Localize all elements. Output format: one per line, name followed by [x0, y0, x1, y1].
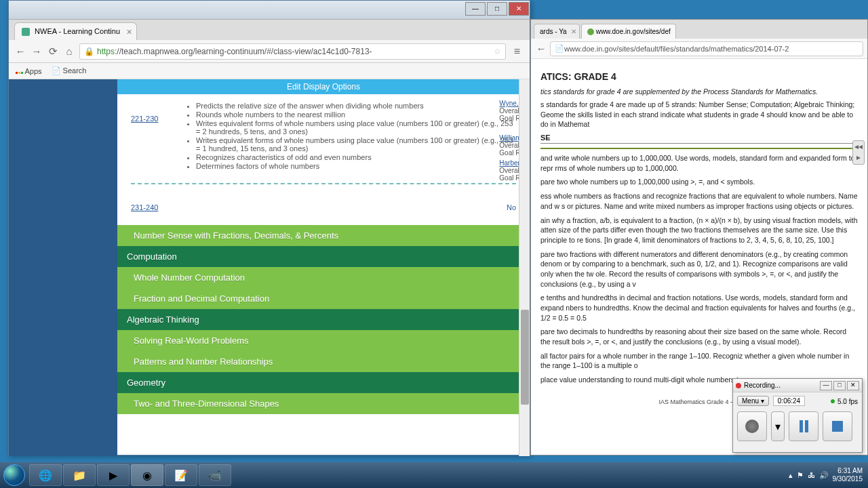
record-dropdown[interactable]: ▾: [771, 411, 785, 441]
doc-heading: ATICS: GRADE 4: [540, 71, 858, 82]
maximize-button[interactable]: □: [487, 2, 507, 16]
nav-sidebar: [9, 79, 117, 456]
notes-icon: 📝: [174, 469, 188, 482]
taskbar-chrome[interactable]: ◉: [131, 464, 163, 486]
flag-icon[interactable]: ⚑: [797, 471, 804, 480]
category-item[interactable]: Number Sense with Fractions, Decimals, &…: [117, 225, 530, 246]
tab-close-icon[interactable]: ✕: [571, 28, 576, 35]
volume-icon[interactable]: 🔊: [819, 471, 829, 480]
taskbar-ie[interactable]: 🌐: [29, 464, 62, 486]
skill-item: Determines factors of whole numbers: [196, 162, 516, 170]
menu-button[interactable]: Menu ▾: [737, 396, 769, 406]
back-icon[interactable]: ←: [14, 45, 26, 58]
category-item[interactable]: Patterns and Number Relationships: [117, 351, 530, 372]
rit-range-link[interactable]: 221-230: [131, 101, 165, 171]
recorder-window[interactable]: Recording... — □ ✕ Menu ▾ 0:06:24 ● 5.0 …: [732, 378, 863, 453]
recorder-buttons: ▾: [733, 409, 862, 444]
edit-display-link[interactable]: Edit Display Options: [117, 79, 530, 94]
clock[interactable]: 6:31 AM 9/30/2015: [833, 467, 863, 483]
chrome-icon: ◉: [142, 469, 152, 482]
close-button[interactable]: ✕: [509, 2, 529, 16]
back-icon[interactable]: ←: [535, 43, 547, 55]
tray-up-icon[interactable]: ▴: [789, 471, 793, 480]
windows-icon: [3, 464, 25, 486]
recorder-title: Recording...: [744, 382, 781, 389]
scrollbar-thumb[interactable]: [521, 310, 529, 405]
system-tray: ▴ ⚑ 🖧 🔊 6:31 AM 9/30/2015: [783, 467, 869, 483]
side-handle-icon[interactable]: ◂◂▸: [852, 140, 865, 165]
folder-icon: 📁: [73, 469, 86, 482]
doc-row: pare two decimals to hundredths by reaso…: [540, 327, 858, 346]
doc-subheading: SE: [540, 134, 858, 144]
start-button[interactable]: [0, 462, 28, 488]
media-icon: ▶: [109, 469, 117, 482]
browser-toolbar: ← 📄 www.doe.in.gov/sites/default/files/s…: [531, 39, 867, 59]
tab-doe[interactable]: www.doe.in.gov/sites/def: [581, 24, 676, 39]
student-link[interactable]: Harber: [499, 159, 520, 167]
url-text: ://teach.mapnwea.org/learning-continuum/…: [115, 47, 372, 56]
doc-row: all factor pairs for a whole number in t…: [540, 351, 858, 371]
record-icon: [745, 420, 759, 433]
recorder-status-row: Menu ▾ 0:06:24 ● 5.0 fps: [733, 392, 862, 409]
elapsed-time: 0:06:24: [773, 396, 805, 406]
reload-icon[interactable]: ⟳: [47, 45, 59, 58]
menu-icon[interactable]: ≡: [510, 45, 524, 58]
taskbar-recorder[interactable]: 📹: [199, 464, 231, 486]
skill-item: Rounds whole numbers to the nearest mill…: [196, 110, 516, 119]
doc-row: ain why a fraction, a/b, is equivalent t…: [540, 216, 858, 245]
address-bar[interactable]: 🔒 https://teach.mapnwea.org/learning-con…: [79, 43, 506, 60]
titlebar[interactable]: — □ ✕: [9, 1, 530, 20]
minimize-button[interactable]: —: [820, 381, 832, 390]
minimize-button[interactable]: —: [465, 2, 486, 16]
favicon-icon: [587, 28, 594, 35]
apps-icon: [16, 72, 23, 74]
category-header[interactable]: Algebraic Thinking: [117, 309, 530, 330]
forward-icon[interactable]: →: [31, 45, 43, 58]
student-link[interactable]: Wyne,: [499, 100, 518, 107]
star-icon[interactable]: ☆: [494, 47, 501, 56]
scrollbar[interactable]: [519, 79, 530, 456]
rit-range-link[interactable]: 231-240: [131, 203, 158, 211]
doc-row: pare two whole numbers up to 1,000,000 u…: [540, 177, 858, 187]
recording-dot-icon: [736, 383, 741, 388]
tab-title: NWEA - Learning Continu: [35, 27, 120, 35]
maximize-button[interactable]: □: [833, 381, 846, 390]
home-icon[interactable]: ⌂: [63, 45, 75, 58]
search-bookmark[interactable]: 📄 Search: [52, 66, 87, 75]
network-icon[interactable]: 🖧: [808, 471, 815, 479]
apps-bookmark[interactable]: Apps: [16, 67, 42, 75]
category-item[interactable]: Two- and Three-Dimensional Shapes: [117, 393, 530, 414]
stop-button[interactable]: [823, 411, 852, 441]
fps-indicator: ● 5.0 fps: [830, 395, 858, 406]
category-header[interactable]: Computation: [117, 246, 530, 267]
category-item[interactable]: Whole Number Computation: [117, 267, 530, 288]
tab-nwea[interactable]: NWEA - Learning Continu ✕: [14, 22, 137, 40]
category-item[interactable]: Solving Real-World Problems: [117, 330, 530, 351]
pause-button[interactable]: [789, 411, 818, 441]
student-link[interactable]: William: [499, 134, 521, 142]
page-content: Edit Display Options Wyne, Overall Goal …: [9, 79, 530, 456]
pause-icon: [800, 420, 808, 432]
main-panel: Edit Display Options Wyne, Overall Goal …: [117, 79, 530, 456]
tab-yahoo[interactable]: ards - Ya ✕: [534, 24, 580, 39]
favicon-icon: [22, 28, 30, 36]
close-button[interactable]: ✕: [847, 381, 859, 390]
skill-item: Predicts the relative size of the answer…: [196, 102, 516, 110]
category-header[interactable]: Geometry: [117, 372, 530, 393]
browser-toolbar: ← → ⟳ ⌂ 🔒 https://teach.mapnwea.org/lear…: [9, 40, 530, 63]
address-bar[interactable]: 📄 www.doe.in.gov/sites/default/files/sta…: [550, 41, 863, 56]
recorder-titlebar[interactable]: Recording... — □ ✕: [733, 379, 862, 392]
tab-strip: ards - Ya ✕ www.doe.in.gov/sites/def: [531, 20, 867, 39]
record-button[interactable]: [737, 411, 767, 441]
taskbar-notes[interactable]: 📝: [165, 464, 197, 486]
rit-bullets: Predicts the relative size of the answer…: [185, 101, 516, 171]
taskbar-explorer[interactable]: 📁: [63, 464, 96, 486]
taskbar: 🌐 📁 ▶ ◉ 📝 📹 ▴ ⚑ 🖧 🔊 6:31 AM 9/30/2015: [0, 462, 868, 488]
doc-row: and write whole numbers up to 1,000,000.…: [540, 153, 858, 173]
doc-intro: s standards for grade 4 are made up of 5…: [540, 100, 858, 129]
no-students: No: [507, 203, 516, 211]
ie-icon: 🌐: [39, 469, 52, 482]
tab-close-icon[interactable]: ✕: [126, 28, 132, 37]
taskbar-media[interactable]: ▶: [97, 464, 130, 486]
category-item[interactable]: Fraction and Decimal Computation: [117, 288, 530, 309]
